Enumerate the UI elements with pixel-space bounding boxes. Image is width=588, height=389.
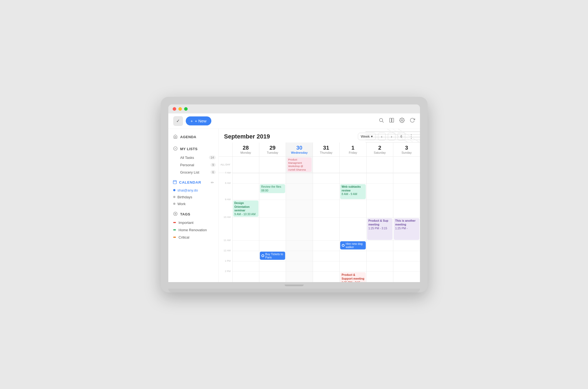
time-label-8am: 8 AM <box>219 182 232 200</box>
nav-next-button[interactable]: › <box>388 133 395 140</box>
sidebar: AGENDA MY LISTS All Ta <box>168 129 219 282</box>
cell-fri-8am: Web subtasks review 8 AM - 9 AM <box>339 183 366 200</box>
mylists-label: MY LISTS <box>180 147 198 151</box>
more-options-button[interactable]: ⋮ <box>407 133 415 140</box>
event-web-subtasks[interactable]: Web subtasks review 8 AM - 9 AM <box>340 184 365 199</box>
event-design-orientation[interactable]: Design Orientation seminar 9 AM - 10:30 … <box>233 200 258 217</box>
cell-sat-9am <box>366 200 393 218</box>
event-hire-dog-walker[interactable]: Hire new dog walker <box>340 241 365 249</box>
event-product-workshop[interactable]: Product Managment Workshop @ Azrieli Sha… <box>287 158 311 172</box>
event-another-meeting[interactable]: This is another meeting 1:25 PM - <box>394 218 419 240</box>
cal-header-tue: 29 Tuesday <box>259 143 286 156</box>
all-day-label: ALL DAY <box>219 157 232 173</box>
calendar-num-badge[interactable]: 6 <box>398 133 405 140</box>
calendar-edit-icon[interactable]: ✏ <box>211 180 214 185</box>
all-day-row: ALL DAY Product Managment Workshop @ Azr… <box>219 157 420 173</box>
time-row-2pm: 2 PM Product & Support meeting 1:25 PM -… <box>219 271 420 282</box>
day-name-fri: Friday <box>341 151 365 154</box>
cell-sun-10am: This is another meeting 1:25 PM - <box>393 217 420 240</box>
cal-item-shai[interactable]: shai@any.do <box>168 187 218 194</box>
gear-icon[interactable] <box>399 118 405 124</box>
cell-thu-10am <box>313 217 339 240</box>
web-subtasks-title: Web subtasks review <box>342 185 364 192</box>
cell-sat-2pm <box>366 271 393 282</box>
time-row-1pm: 1 PM <box>219 261 420 271</box>
tag-home-renovation[interactable]: Home Renovation <box>168 226 218 234</box>
cell-sun-2pm <box>393 271 420 282</box>
tag-important[interactable]: Important <box>168 219 218 226</box>
task-circle-dog <box>342 244 345 247</box>
day-name-mon: Monday <box>234 151 258 154</box>
time-label-9am: 9 AM <box>219 198 232 218</box>
cell-thu-12pm <box>313 251 339 261</box>
sidebar-item-agenda[interactable]: AGENDA <box>168 132 218 142</box>
cal-item-work[interactable]: Work <box>168 200 218 207</box>
svg-rect-3 <box>392 118 394 122</box>
time-row-10am: 10 AM Product & Sup meeting 1:25 PM - 3 <box>219 217 420 240</box>
svg-rect-6 <box>173 180 176 184</box>
svg-point-0 <box>379 118 383 122</box>
cell-sat-12pm <box>366 251 393 261</box>
columns-icon[interactable] <box>389 118 394 124</box>
calendar-header: CALENDAR ✏ <box>168 178 218 187</box>
day-num-mon: 28 <box>234 145 258 151</box>
prod-support-time: 1:25 PM - 3:15 AM <box>342 281 364 282</box>
sidebar-item-mylists[interactable]: MY LISTS <box>168 144 218 154</box>
maximize-dot[interactable] <box>184 107 188 111</box>
cell-sat-7am <box>366 173 393 183</box>
cell-thu-7am <box>313 173 339 183</box>
all-day-thu <box>313 157 339 173</box>
refresh-icon[interactable] <box>410 118 415 124</box>
cell-thu-2pm <box>313 271 339 282</box>
nav-prev-button[interactable]: ‹ <box>378 133 386 140</box>
day-name-sat: Saturday <box>368 151 392 154</box>
day-name-sun: Sunday <box>394 151 419 154</box>
minimize-dot[interactable] <box>178 107 182 111</box>
event-product-sup-sat[interactable]: Product & Sup meeting 1:25 PM - 3:15 <box>367 218 392 240</box>
cell-thu-11am <box>313 240 339 251</box>
cell-mon-1pm <box>232 261 259 271</box>
sidebar-item-all-tasks[interactable]: All Tasks 14 <box>180 154 216 161</box>
badge-num: 6 <box>400 135 402 138</box>
tag-label-critical: Critical <box>179 235 190 239</box>
svg-point-10 <box>173 212 177 215</box>
calendar-title: September 2019 <box>224 133 270 140</box>
new-button[interactable]: + + New <box>186 116 212 125</box>
cell-fri-9am <box>339 200 366 218</box>
cell-mon-11am <box>232 240 259 251</box>
design-orient-time: 9 AM - 10:30 AM <box>234 212 257 216</box>
cell-tue-1pm <box>259 261 286 271</box>
cal-header-wed: 30 Wednesday <box>286 143 312 156</box>
personal-label: Personal <box>180 163 194 167</box>
cell-fri-1pm <box>339 261 366 271</box>
close-dot[interactable] <box>173 107 176 111</box>
tags-label: TAGS <box>180 212 190 216</box>
search-icon[interactable] <box>379 118 384 124</box>
calendar-items: shai@any.do Birthdays Work <box>168 187 218 207</box>
cell-wed-2pm <box>286 271 312 282</box>
day-num-sat: 2 <box>368 145 392 151</box>
laptop-base <box>168 289 420 292</box>
plus-icon: + <box>191 119 193 123</box>
event-buy-tickets[interactable]: Buy Tickets to Paris <box>260 252 285 260</box>
week-selector[interactable]: Week ▾ <box>358 133 376 140</box>
cal-item-birthdays[interactable]: Birthdays <box>168 194 218 200</box>
event-product-support-fri[interactable]: Product & Support meeting 1:25 PM - 3:15… <box>340 272 365 282</box>
prod-sup-sat-title: Product & Sup meeting <box>368 219 391 226</box>
day-name-thu: Thursday <box>314 151 338 154</box>
tag-dot-critical <box>173 237 176 238</box>
cal-top-bar-wrapper: September 2019 Week ▾ ‹ › 6 <box>219 129 420 143</box>
cell-sun-9am <box>393 200 420 218</box>
tags-list: Important Home Renovation Critical <box>168 219 218 241</box>
toolbar-right <box>379 118 415 124</box>
time-label-2pm: 2 PM <box>219 270 232 282</box>
svg-rect-2 <box>389 118 391 122</box>
check-button[interactable]: ✓ <box>173 116 183 126</box>
cal-dot-shai <box>173 189 175 191</box>
sidebar-item-personal[interactable]: Personal 9 <box>180 161 216 169</box>
sidebar-item-grocery[interactable]: Grocery List 6 <box>180 169 216 176</box>
app-container: ✓ + + New <box>168 113 420 282</box>
tag-critical[interactable]: Critical <box>168 234 218 241</box>
sidebar-item-tags[interactable]: TAGS <box>168 209 218 219</box>
event-review-files[interactable]: Review the files 08:00 <box>260 184 285 193</box>
